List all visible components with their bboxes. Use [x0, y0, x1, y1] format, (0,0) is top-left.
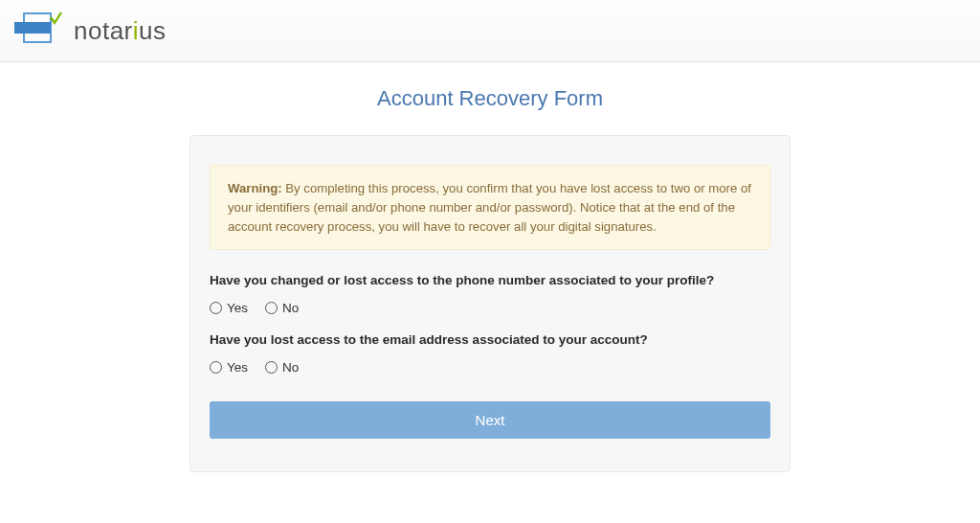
header: notarius: [0, 0, 980, 62]
radio-label: Yes: [227, 360, 248, 375]
radio-email-no[interactable]: No: [265, 360, 299, 375]
radio-group-email: Yes No: [210, 360, 770, 375]
question-email: Have you lost access to the email addres…: [210, 332, 770, 347]
radio-circle-icon: [265, 361, 278, 374]
warning-text: By completing this process, you confirm …: [228, 181, 751, 234]
radio-label: No: [282, 301, 299, 315]
main-container: Account Recovery Form Warning: By comple…: [0, 62, 980, 472]
warning-label: Warning:: [228, 181, 285, 195]
logo[interactable]: notarius: [14, 10, 167, 52]
radio-label: Yes: [227, 301, 248, 315]
radio-phone-yes[interactable]: Yes: [210, 301, 248, 315]
radio-circle-icon: [210, 361, 222, 374]
logo-icon: [14, 10, 62, 52]
next-button[interactable]: Next: [210, 401, 770, 439]
svg-rect-1: [14, 22, 51, 34]
radio-circle-icon: [210, 302, 222, 314]
radio-phone-no[interactable]: No: [265, 301, 299, 315]
radio-circle-icon: [265, 302, 278, 314]
radio-email-yes[interactable]: Yes: [210, 360, 248, 375]
question-phone: Have you changed or lost access to the p…: [210, 273, 770, 287]
logo-text: notarius: [74, 16, 167, 46]
page-title: Account Recovery Form: [0, 86, 980, 111]
warning-alert: Warning: By completing this process, you…: [210, 165, 770, 250]
radio-group-phone: Yes No: [210, 301, 770, 315]
radio-label: No: [282, 360, 299, 375]
form-card: Warning: By completing this process, you…: [189, 135, 791, 472]
